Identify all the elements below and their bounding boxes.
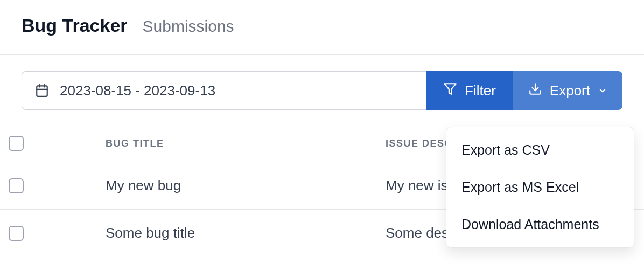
export-dropdown: Export as CSV Export as MS Excel Downloa… bbox=[446, 127, 634, 248]
filter-button[interactable]: Filter bbox=[426, 71, 513, 110]
svg-rect-0 bbox=[37, 86, 47, 96]
row-checkbox[interactable] bbox=[9, 226, 24, 241]
export-button-label: Export bbox=[550, 82, 590, 99]
select-all-checkbox[interactable] bbox=[9, 136, 24, 151]
toolbar: 2023-08-15 - 2023-09-13 Filter Export bbox=[0, 55, 644, 110]
page-subtitle: Submissions bbox=[143, 17, 234, 36]
column-header-title: BUG TITLE bbox=[106, 138, 386, 149]
date-range-value: 2023-08-15 - 2023-09-13 bbox=[60, 82, 215, 99]
export-excel-item[interactable]: Export as MS Excel bbox=[446, 169, 634, 206]
row-select-cell bbox=[9, 226, 106, 241]
app-title: Bug Tracker bbox=[22, 15, 128, 36]
select-all-cell bbox=[9, 136, 106, 151]
calendar-icon bbox=[35, 84, 49, 98]
download-icon bbox=[528, 82, 542, 100]
download-attachments-item[interactable]: Download Attachments bbox=[446, 206, 634, 243]
chevron-down-icon bbox=[598, 82, 607, 99]
row-checkbox[interactable] bbox=[9, 178, 24, 193]
filter-button-label: Filter bbox=[465, 82, 496, 99]
date-range-input[interactable]: 2023-08-15 - 2023-09-13 bbox=[22, 71, 426, 110]
cell-bug-title: Some bug title bbox=[106, 225, 386, 241]
cell-bug-title: My new bug bbox=[106, 177, 386, 194]
export-csv-item[interactable]: Export as CSV bbox=[446, 131, 634, 169]
export-button[interactable]: Export bbox=[513, 71, 622, 110]
funnel-icon bbox=[443, 82, 457, 100]
row-select-cell bbox=[9, 178, 106, 193]
page-header: Bug Tracker Submissions bbox=[0, 0, 644, 54]
svg-marker-4 bbox=[444, 84, 456, 94]
